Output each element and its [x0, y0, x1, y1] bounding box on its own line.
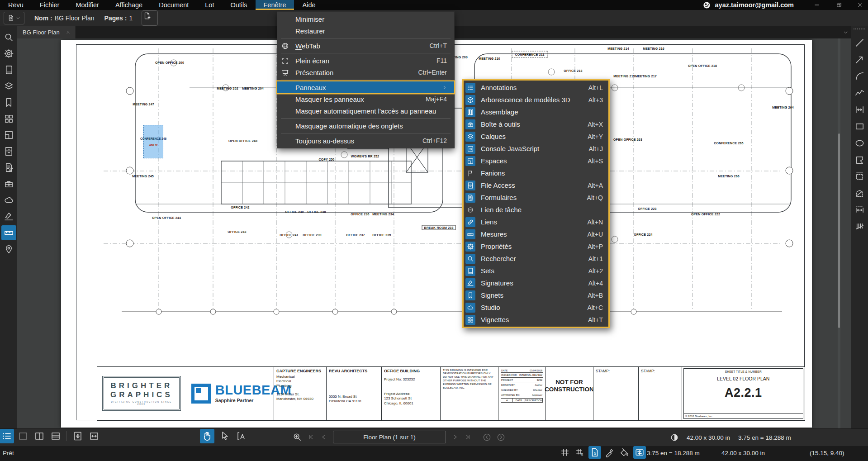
- menu-item-panneaux[interactable]: Panneaux: [277, 81, 454, 93]
- snap-hatch-icon[interactable]: [620, 447, 630, 457]
- arrow-tool-icon[interactable]: [854, 54, 865, 65]
- submenu-item-espaces[interactable]: EspacesAlt+S: [464, 155, 608, 167]
- submenu-item-liens[interactable]: LiensAlt+N: [464, 216, 608, 228]
- menubar-item-revu[interactable]: Revu: [0, 0, 32, 10]
- rectangle-tool-icon[interactable]: [854, 121, 865, 132]
- page-navigation-box[interactable]: Floor Plan (1 sur 1): [333, 431, 446, 443]
- tab-bg-floor-plan[interactable]: BG Floor Plan: [17, 26, 76, 38]
- thumbnails-icon[interactable]: [4, 114, 14, 124]
- nav-last-icon[interactable]: [464, 433, 471, 441]
- submenu-item-assemblage[interactable]: Assemblage: [464, 106, 608, 118]
- studio-icon[interactable]: [4, 195, 14, 205]
- menu-item-restaurer[interactable]: Restaurer: [277, 25, 454, 37]
- polyline-tool-icon[interactable]: [854, 88, 865, 98]
- submenu-item-file-access[interactable]: File AccessAlt+A: [464, 179, 608, 191]
- submenu-item-boite-a-outils[interactable]: Boîte à outilsAlt+X: [464, 118, 608, 130]
- split-vertical-icon[interactable]: [34, 431, 45, 442]
- menu-item-presentation[interactable]: PrésentationCtrl+Enter: [277, 67, 454, 78]
- submenu-item-signatures[interactable]: SignaturesAlt+4: [464, 277, 608, 289]
- close-icon[interactable]: [857, 2, 863, 8]
- zoom-in-icon[interactable]: [292, 432, 302, 442]
- account-email[interactable]: ayaz.taimoor@gmail.com: [715, 1, 794, 9]
- signatures-icon[interactable]: [4, 211, 14, 222]
- nav-next-icon[interactable]: [451, 433, 459, 441]
- spaces-icon[interactable]: [4, 130, 14, 140]
- submenu-item-lien-de-tache[interactable]: Lien de tâche: [464, 204, 608, 216]
- file-access-icon[interactable]: [4, 146, 14, 157]
- submenu-item-arborescence-de-modeles-3d[interactable]: Arborescence de modèles 3DAlt+3: [464, 94, 608, 106]
- submenu-item-sets[interactable]: SetsAlt+2: [464, 265, 608, 277]
- vertical-scrollbar[interactable]: [838, 38, 840, 429]
- perimeter-measure-icon[interactable]: [854, 171, 865, 182]
- menubar-item-fichier[interactable]: Fichier: [32, 0, 68, 10]
- pan-hand-icon[interactable]: [202, 431, 213, 442]
- single-pane-icon[interactable]: [18, 431, 28, 442]
- measurements-ruler-icon[interactable]: [4, 228, 14, 238]
- circle-next-icon[interactable]: [497, 433, 505, 442]
- fit-width-icon[interactable]: [89, 431, 100, 442]
- layers-icon[interactable]: [4, 81, 14, 91]
- menubar-item-fenetre[interactable]: Fenêtre: [256, 0, 294, 10]
- dimension-tool-icon[interactable]: [854, 105, 865, 115]
- arc-tool-icon[interactable]: [854, 71, 865, 81]
- drag-handle-dots[interactable]: [854, 29, 865, 29]
- circle-prev-icon[interactable]: [483, 433, 491, 442]
- menu-item-masquer-automatiquement-l-acces-au-panneau[interactable]: Masquer automatiquement l'accès au panne…: [277, 105, 454, 117]
- length-measure-icon[interactable]: [854, 205, 865, 215]
- forms-icon[interactable]: [4, 162, 14, 173]
- submenu-item-formulaires[interactable]: FormulairesAlt+Q: [464, 191, 608, 204]
- submenu-item-signets[interactable]: SignetsAlt+B: [464, 289, 608, 301]
- links-pin-icon[interactable]: [4, 244, 14, 254]
- submenu-item-vignettes[interactable]: VignettesAlt+T: [464, 314, 608, 326]
- document-menu-button[interactable]: [4, 12, 24, 24]
- nav-prev-icon[interactable]: [320, 433, 327, 441]
- menu-item-minimiser[interactable]: Minimiser: [277, 13, 454, 25]
- menu-item-plein-ecran[interactable]: Plein écranF11: [277, 55, 454, 67]
- submenu-item-rechercher[interactable]: RechercherAlt+1: [464, 252, 608, 265]
- sync-views-icon[interactable]: [635, 447, 645, 457]
- submenu-item-fanions[interactable]: Fanions: [464, 167, 608, 179]
- grid-icon[interactable]: [560, 447, 570, 457]
- polygon-tool-icon[interactable]: [854, 155, 865, 165]
- menubar-item-document[interactable]: Document: [151, 0, 197, 10]
- restore-icon[interactable]: [835, 2, 842, 8]
- minimize-icon[interactable]: [814, 2, 820, 8]
- scrollbar-thumb[interactable]: [838, 133, 840, 328]
- ellipse-tool-icon[interactable]: [854, 138, 865, 148]
- text-select-icon[interactable]: [236, 431, 247, 442]
- count-measure-icon[interactable]: [854, 222, 865, 232]
- menu-item-masquer-les-panneaux[interactable]: Masquer les panneauxMaj+F4: [277, 93, 454, 105]
- submenu-item-mesures[interactable]: MesuresAlt+U: [464, 228, 608, 240]
- tool-chest-icon[interactable]: [4, 179, 14, 189]
- menu-item-toujours-au-dessus[interactable]: Toujours au-dessusCtrl+F12: [277, 135, 454, 147]
- menubar-item-modifier[interactable]: Modifier: [67, 0, 107, 10]
- area-measure-icon[interactable]: [854, 188, 865, 199]
- menu-item-webtab[interactable]: WebTabCtrl+T: [277, 40, 454, 52]
- nav-first-icon[interactable]: [308, 433, 315, 441]
- menubar-item-outils[interactable]: Outils: [222, 0, 255, 10]
- new-page-button[interactable]: [142, 10, 158, 26]
- submenu-item-proprietes[interactable]: PropriétésAlt+P: [464, 240, 608, 252]
- snap-grid-icon[interactable]: 5: [575, 447, 585, 457]
- menubar-item-lot[interactable]: Lot: [197, 0, 222, 10]
- bookmarks-icon[interactable]: [4, 97, 14, 108]
- contrast-icon[interactable]: [670, 433, 678, 442]
- split-horizontal-icon[interactable]: [50, 431, 61, 442]
- markup-list-icon[interactable]: [1, 431, 12, 442]
- close-icon[interactable]: [66, 30, 70, 34]
- submenu-item-console-javascript[interactable]: JSConsole JavaScriptAlt+J: [464, 143, 608, 155]
- select-cursor-icon[interactable]: [219, 431, 230, 442]
- submenu-item-studio[interactable]: StudioAlt+C: [464, 301, 608, 314]
- menubar-item-affichage[interactable]: Affichage: [107, 0, 151, 10]
- search-icon[interactable]: [4, 32, 14, 43]
- sets-icon[interactable]: [4, 65, 14, 75]
- space-highlight-conference-246[interactable]: CONFERENCE 246 468 sf: [143, 125, 163, 158]
- menubar-item-aide[interactable]: Aide: [294, 0, 323, 10]
- menu-item-masquage-automatique-des-onglets[interactable]: Masquage automatique des onglets: [277, 120, 454, 132]
- properties-gear-icon[interactable]: [4, 48, 14, 59]
- chevron-down-icon[interactable]: [843, 30, 848, 35]
- snap-markup-pen-icon[interactable]: [605, 447, 615, 457]
- line-tool-icon[interactable]: [854, 38, 865, 48]
- fit-page-icon[interactable]: [72, 431, 83, 442]
- submenu-item-annotations[interactable]: AnnotationsAlt+L: [464, 81, 608, 94]
